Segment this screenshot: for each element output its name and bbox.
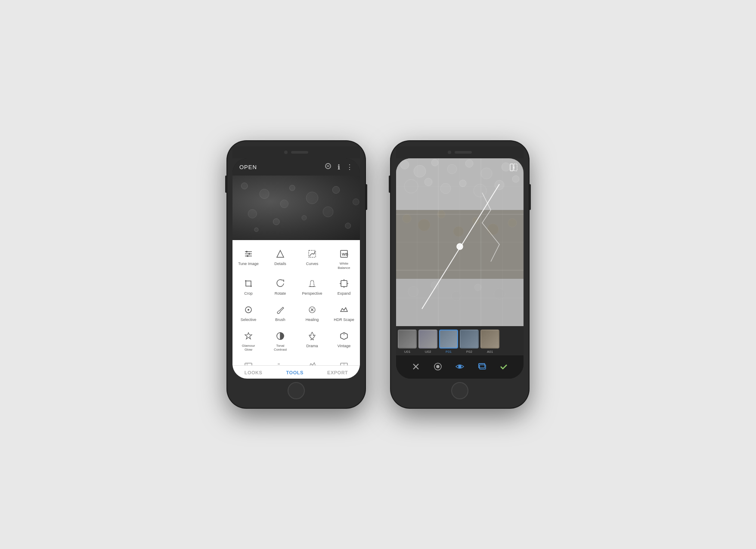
tool-perspective[interactable]: Perspective — [296, 273, 328, 299]
details-icon — [276, 249, 285, 259]
info-icon[interactable]: ℹ — [338, 163, 340, 171]
tool-label: Vintage — [338, 344, 350, 349]
tool-curves[interactable]: Curves — [296, 244, 328, 273]
svg-point-71 — [431, 281, 439, 289]
filter-u01[interactable]: U01 — [398, 330, 417, 354]
tool-expand[interactable]: Expand — [328, 273, 360, 299]
extra-icon-4 — [339, 361, 349, 365]
filter-thumb-f01 — [439, 330, 458, 349]
extra-icon-2 — [276, 361, 285, 365]
filter-f01[interactable]: F01 — [439, 330, 458, 354]
tool-selective[interactable]: Selective — [232, 299, 264, 326]
speaker-2 — [455, 151, 472, 154]
tool-extra-4[interactable] — [328, 355, 360, 365]
svg-point-49 — [431, 159, 438, 166]
rain-photo-2 — [396, 158, 524, 326]
svg-point-55 — [424, 178, 432, 186]
vintage-icon — [339, 331, 349, 341]
tool-drama[interactable]: Drama — [296, 326, 328, 355]
selective-icon — [244, 305, 253, 315]
svg-point-4 — [306, 192, 318, 204]
cancel-button[interactable] — [409, 360, 423, 373]
more-icon[interactable]: ⋮ — [346, 163, 353, 171]
tool-tune-image[interactable]: Tune Image — [232, 244, 264, 273]
tool-label: Details — [274, 262, 286, 266]
svg-point-54 — [404, 179, 418, 193]
nav-export[interactable]: EXPORT — [327, 370, 348, 375]
stacks-button[interactable] — [475, 360, 489, 373]
filter-label-f01: F01 — [446, 350, 452, 354]
original-button[interactable] — [431, 360, 445, 373]
filter-label-a01: A01 — [487, 350, 493, 354]
svg-point-32 — [248, 309, 249, 311]
drama-icon — [307, 331, 317, 341]
tool-label: Perspective — [302, 291, 322, 296]
tool-details[interactable]: Details — [264, 244, 296, 273]
svg-point-52 — [481, 168, 492, 179]
filter-a01[interactable]: A01 — [480, 330, 499, 354]
svg-point-59 — [495, 180, 504, 190]
tool-label: Expand — [338, 291, 351, 296]
filter-u02[interactable]: U02 — [418, 330, 437, 354]
tool-glamour-glow[interactable]: GlamourGlow — [232, 326, 264, 355]
tool-label: Healing — [306, 318, 319, 322]
svg-point-3 — [289, 185, 295, 191]
tool-extra-1[interactable] — [232, 355, 264, 365]
svg-point-56 — [440, 183, 451, 194]
tool-label: GlamourGlow — [242, 344, 255, 352]
svg-rect-88 — [514, 164, 517, 171]
home-button-2[interactable] — [451, 382, 468, 399]
tool-extra-2[interactable] — [264, 355, 296, 365]
svg-point-18 — [248, 253, 250, 255]
svg-point-47 — [400, 160, 409, 169]
tool-brush[interactable]: Brush — [264, 299, 296, 326]
svg-point-2 — [260, 189, 269, 199]
tool-rotate[interactable]: Rotate — [264, 273, 296, 299]
tool-white-balance[interactable]: WB WhiteBalance — [328, 244, 360, 273]
tool-label: TonalContrast — [274, 344, 287, 352]
svg-point-19 — [247, 255, 248, 257]
compare-icon[interactable] — [509, 163, 518, 174]
stack-icon[interactable] — [325, 163, 332, 171]
tool-hdr-scape[interactable]: HDR Scape — [328, 299, 360, 326]
tool-tonal-contrast[interactable]: TonalContrast — [264, 326, 296, 355]
confirm-button[interactable] — [497, 360, 511, 373]
svg-point-12 — [254, 228, 258, 231]
header-icons: ℹ ⋮ — [325, 163, 353, 171]
filter-f02[interactable]: F02 — [460, 330, 479, 354]
curves-screen: U01 U02 F01 F02 A01 — [396, 158, 524, 379]
tools-panel: Tune Image Details Curves — [232, 240, 360, 365]
svg-point-48 — [414, 165, 426, 177]
bottom-action-bar — [396, 355, 524, 379]
rain-photo — [232, 176, 360, 240]
nav-tools[interactable]: TOOLS — [286, 370, 304, 375]
filter-thumb-u01 — [398, 330, 417, 349]
svg-rect-39 — [245, 363, 252, 365]
tool-vintage[interactable]: Vintage — [328, 326, 360, 355]
filter-strip: U01 U02 F01 F02 A01 — [396, 326, 524, 355]
svg-point-10 — [345, 223, 351, 228]
nav-looks[interactable]: LOOKS — [245, 370, 263, 375]
svg-point-13 — [353, 199, 359, 205]
filter-label-u02: U02 — [425, 350, 431, 354]
svg-line-90 — [514, 167, 514, 168]
svg-point-73 — [474, 284, 481, 291]
svg-text:WB: WB — [342, 252, 348, 256]
tool-label: HDR Scape — [334, 318, 354, 322]
curves-photo — [396, 158, 524, 326]
speaker — [291, 151, 308, 154]
home-button-1[interactable] — [288, 382, 305, 399]
eye-button[interactable] — [453, 360, 467, 373]
phone-1: OPEN ℹ ⋮ — [227, 141, 365, 408]
svg-point-62 — [403, 214, 411, 223]
phone-1-screen: OPEN ℹ ⋮ — [232, 158, 360, 379]
svg-point-9 — [323, 207, 333, 217]
svg-point-5 — [332, 186, 340, 194]
front-camera-2 — [448, 151, 451, 154]
tool-extra-3[interactable] — [296, 355, 328, 365]
phone-2-screen: U01 U02 F01 F02 A01 — [396, 158, 524, 379]
svg-point-7 — [273, 219, 279, 225]
tool-crop[interactable]: Crop — [232, 273, 264, 299]
tool-healing[interactable]: Healing — [296, 299, 328, 326]
svg-point-68 — [508, 219, 517, 227]
